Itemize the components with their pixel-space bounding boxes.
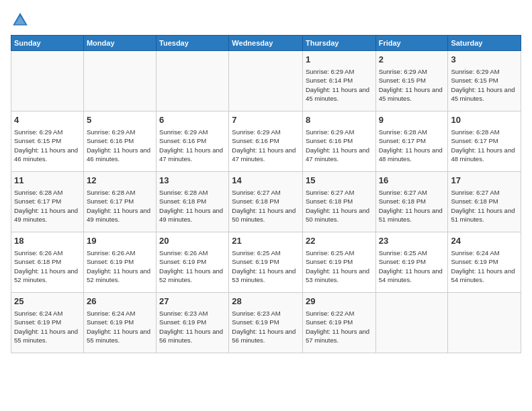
day-number: 26 xyxy=(87,295,153,308)
day-info: Sunrise: 6:27 AM Sunset: 6:18 PM Dayligh… xyxy=(379,188,445,224)
day-cell: 11Sunrise: 6:28 AM Sunset: 6:17 PM Dayli… xyxy=(11,172,84,232)
day-cell: 25Sunrise: 6:24 AM Sunset: 6:19 PM Dayli… xyxy=(11,293,84,353)
day-number: 9 xyxy=(379,114,445,126)
day-info: Sunrise: 6:25 AM Sunset: 6:19 PM Dayligh… xyxy=(306,248,373,284)
day-cell: 8Sunrise: 6:29 AM Sunset: 6:16 PM Daylig… xyxy=(302,111,375,172)
header-cell-friday: Friday xyxy=(375,36,448,51)
calendar-header: SundayMondayTuesdayWednesdayThursdayFrid… xyxy=(11,36,521,51)
day-cell: 2Sunrise: 6:29 AM Sunset: 6:15 PM Daylig… xyxy=(375,51,448,111)
day-cell: 16Sunrise: 6:27 AM Sunset: 6:18 PM Dayli… xyxy=(375,172,448,232)
day-cell: 4Sunrise: 6:29 AM Sunset: 6:15 PM Daylig… xyxy=(11,111,84,172)
day-info: Sunrise: 6:28 AM Sunset: 6:17 PM Dayligh… xyxy=(451,128,518,163)
day-info: Sunrise: 6:29 AM Sunset: 6:15 PM Dayligh… xyxy=(451,67,518,103)
day-number: 25 xyxy=(14,295,81,308)
day-number: 28 xyxy=(232,295,300,308)
week-row-1: 4Sunrise: 6:29 AM Sunset: 6:15 PM Daylig… xyxy=(11,111,521,172)
day-info: Sunrise: 6:28 AM Sunset: 6:17 PM Dayligh… xyxy=(379,128,445,163)
day-info: Sunrise: 6:29 AM Sunset: 6:16 PM Dayligh… xyxy=(87,128,153,163)
day-number: 17 xyxy=(451,175,518,187)
day-number: 1 xyxy=(306,54,373,66)
calendar-table: SundayMondayTuesdayWednesdayThursdayFrid… xyxy=(11,35,521,353)
day-number: 23 xyxy=(379,235,445,247)
day-number: 21 xyxy=(232,235,300,247)
day-number: 24 xyxy=(451,235,518,247)
day-cell xyxy=(83,51,156,111)
day-info: Sunrise: 6:29 AM Sunset: 6:16 PM Dayligh… xyxy=(306,128,373,163)
logo xyxy=(11,11,32,30)
day-info: Sunrise: 6:24 AM Sunset: 6:19 PM Dayligh… xyxy=(87,309,153,345)
day-cell: 12Sunrise: 6:28 AM Sunset: 6:17 PM Dayli… xyxy=(83,172,156,232)
day-info: Sunrise: 6:29 AM Sunset: 6:14 PM Dayligh… xyxy=(306,67,373,103)
day-number: 4 xyxy=(14,114,81,126)
day-cell xyxy=(375,293,448,353)
day-number: 14 xyxy=(232,175,300,187)
day-cell: 22Sunrise: 6:25 AM Sunset: 6:19 PM Dayli… xyxy=(302,232,375,293)
day-cell: 10Sunrise: 6:28 AM Sunset: 6:17 PM Dayli… xyxy=(448,111,521,172)
day-number: 11 xyxy=(14,175,81,187)
header-cell-wednesday: Wednesday xyxy=(229,36,303,51)
header-row: SundayMondayTuesdayWednesdayThursdayFrid… xyxy=(11,36,521,51)
day-number: 2 xyxy=(379,54,445,66)
week-row-4: 25Sunrise: 6:24 AM Sunset: 6:19 PM Dayli… xyxy=(11,293,521,353)
day-info: Sunrise: 6:29 AM Sunset: 6:15 PM Dayligh… xyxy=(14,128,81,163)
day-cell: 24Sunrise: 6:24 AM Sunset: 6:19 PM Dayli… xyxy=(448,232,521,293)
day-cell xyxy=(448,293,521,353)
day-number: 3 xyxy=(451,54,518,66)
day-info: Sunrise: 6:27 AM Sunset: 6:18 PM Dayligh… xyxy=(451,188,518,224)
week-row-2: 11Sunrise: 6:28 AM Sunset: 6:17 PM Dayli… xyxy=(11,172,521,232)
day-cell: 5Sunrise: 6:29 AM Sunset: 6:16 PM Daylig… xyxy=(83,111,156,172)
day-info: Sunrise: 6:23 AM Sunset: 6:19 PM Dayligh… xyxy=(232,309,300,345)
day-number: 10 xyxy=(451,114,518,126)
day-cell xyxy=(157,51,229,111)
day-cell: 14Sunrise: 6:27 AM Sunset: 6:18 PM Dayli… xyxy=(229,172,303,232)
header-cell-tuesday: Tuesday xyxy=(157,36,229,51)
day-info: Sunrise: 6:28 AM Sunset: 6:17 PM Dayligh… xyxy=(14,188,81,224)
day-cell: 20Sunrise: 6:26 AM Sunset: 6:19 PM Dayli… xyxy=(157,232,229,293)
day-info: Sunrise: 6:29 AM Sunset: 6:16 PM Dayligh… xyxy=(159,128,226,163)
day-cell: 17Sunrise: 6:27 AM Sunset: 6:18 PM Dayli… xyxy=(448,172,521,232)
day-info: Sunrise: 6:25 AM Sunset: 6:19 PM Dayligh… xyxy=(379,248,445,284)
day-cell xyxy=(11,51,84,111)
day-info: Sunrise: 6:28 AM Sunset: 6:17 PM Dayligh… xyxy=(87,188,153,224)
page-header xyxy=(11,11,521,30)
day-info: Sunrise: 6:28 AM Sunset: 6:18 PM Dayligh… xyxy=(159,188,226,224)
day-info: Sunrise: 6:27 AM Sunset: 6:18 PM Dayligh… xyxy=(306,188,373,224)
day-cell: 1Sunrise: 6:29 AM Sunset: 6:14 PM Daylig… xyxy=(302,51,375,111)
day-cell: 23Sunrise: 6:25 AM Sunset: 6:19 PM Dayli… xyxy=(375,232,448,293)
header-cell-saturday: Saturday xyxy=(448,36,521,51)
day-number: 13 xyxy=(159,175,226,187)
day-cell: 26Sunrise: 6:24 AM Sunset: 6:19 PM Dayli… xyxy=(83,293,156,353)
day-info: Sunrise: 6:24 AM Sunset: 6:19 PM Dayligh… xyxy=(14,309,81,345)
day-info: Sunrise: 6:29 AM Sunset: 6:16 PM Dayligh… xyxy=(232,128,300,163)
day-number: 27 xyxy=(159,295,226,308)
day-cell: 28Sunrise: 6:23 AM Sunset: 6:19 PM Dayli… xyxy=(229,293,303,353)
day-cell: 19Sunrise: 6:26 AM Sunset: 6:19 PM Dayli… xyxy=(83,232,156,293)
day-number: 20 xyxy=(159,235,226,247)
day-number: 7 xyxy=(232,114,300,126)
day-number: 19 xyxy=(87,235,153,247)
day-number: 29 xyxy=(306,295,373,308)
calendar-body: 1Sunrise: 6:29 AM Sunset: 6:14 PM Daylig… xyxy=(11,51,521,353)
header-cell-thursday: Thursday xyxy=(302,36,375,51)
day-cell: 3Sunrise: 6:29 AM Sunset: 6:15 PM Daylig… xyxy=(448,51,521,111)
day-cell: 6Sunrise: 6:29 AM Sunset: 6:16 PM Daylig… xyxy=(157,111,229,172)
day-number: 15 xyxy=(306,175,373,187)
day-cell: 9Sunrise: 6:28 AM Sunset: 6:17 PM Daylig… xyxy=(375,111,448,172)
day-info: Sunrise: 6:22 AM Sunset: 6:19 PM Dayligh… xyxy=(306,309,373,345)
day-number: 16 xyxy=(379,175,445,187)
day-number: 18 xyxy=(14,235,81,247)
header-cell-monday: Monday xyxy=(83,36,156,51)
day-number: 5 xyxy=(87,114,153,126)
day-cell: 29Sunrise: 6:22 AM Sunset: 6:19 PM Dayli… xyxy=(302,293,375,353)
day-number: 22 xyxy=(306,235,373,247)
week-row-0: 1Sunrise: 6:29 AM Sunset: 6:14 PM Daylig… xyxy=(11,51,521,111)
day-info: Sunrise: 6:24 AM Sunset: 6:19 PM Dayligh… xyxy=(451,248,518,284)
day-cell: 27Sunrise: 6:23 AM Sunset: 6:19 PM Dayli… xyxy=(157,293,229,353)
day-number: 6 xyxy=(159,114,226,126)
day-number: 8 xyxy=(306,114,373,126)
day-cell: 15Sunrise: 6:27 AM Sunset: 6:18 PM Dayli… xyxy=(302,172,375,232)
day-info: Sunrise: 6:26 AM Sunset: 6:18 PM Dayligh… xyxy=(14,248,81,284)
day-info: Sunrise: 6:27 AM Sunset: 6:18 PM Dayligh… xyxy=(232,188,300,224)
day-info: Sunrise: 6:26 AM Sunset: 6:19 PM Dayligh… xyxy=(87,248,153,284)
logo-icon xyxy=(11,11,30,30)
